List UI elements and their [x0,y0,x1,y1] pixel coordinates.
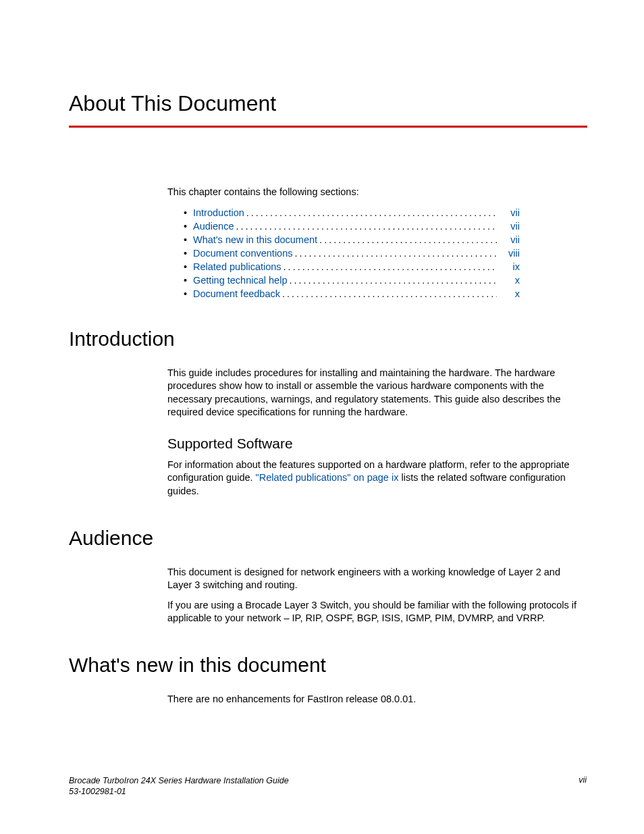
audience-p1: This document is designed for network en… [167,566,587,592]
title-rule [69,126,587,128]
toc-leader [289,275,497,286]
footer-doc-number: 53-1002981-01 [69,786,289,797]
toc-leader [284,261,497,272]
toc-link[interactable]: What's new in this document [193,234,317,245]
toc-item: • Document conventions viii [184,248,520,259]
toc-link[interactable]: Document conventions [193,248,293,259]
footer-doc-title: Brocade TurboIron 24X Series Hardware In… [69,775,289,786]
heading-supported-software: Supported Software [167,436,587,452]
bullet-icon: • [184,234,193,245]
footer-page-number: vii [579,775,587,798]
page: About This Document This chapter contain… [0,0,644,834]
toc-list: • Introduction vii • Audience vii • What… [167,207,587,299]
bullet-icon: • [184,275,193,286]
bullet-icon: • [184,207,193,218]
toc-leader [319,234,497,245]
toc-item: • Introduction vii [184,207,520,218]
heading-whats-new: What's new in this document [69,654,587,677]
toc-page[interactable]: vii [497,234,520,245]
heading-introduction: Introduction [69,328,587,350]
toc-item: • Document feedback x [184,288,520,299]
audience-p2: If you are using a Brocade Layer 3 Switc… [167,599,587,625]
toc-page[interactable]: viii [497,248,520,259]
section-introduction: Introduction This guide includes procedu… [69,328,587,498]
bullet-icon: • [184,288,193,299]
toc-page[interactable]: x [497,288,520,299]
introduction-body: This guide includes procedures for insta… [167,367,587,419]
toc-item: • Audience vii [184,221,520,232]
related-publications-link[interactable]: "Related publications" on page ix [256,472,399,483]
toc-leader [246,207,497,218]
bullet-icon: • [184,248,193,259]
toc-item: • Getting technical help x [184,275,520,286]
toc-page[interactable]: x [497,275,520,286]
toc-item: • What's new in this document vii [184,234,520,245]
section-whats-new: What's new in this document There are no… [69,654,587,706]
supported-software-body: For information about the features suppo… [167,459,587,498]
intro-line: This chapter contains the following sect… [167,186,587,199]
chapter-intro-block: This chapter contains the following sect… [167,186,587,299]
introduction-body-wrap: This guide includes procedures for insta… [167,367,587,498]
page-title: About This Document [69,91,587,116]
toc-page[interactable]: vii [497,221,520,232]
toc-leader [282,288,497,299]
heading-audience: Audience [69,527,587,550]
section-audience: Audience This document is designed for n… [69,527,587,625]
toc-link[interactable]: Related publications [193,261,281,272]
bullet-icon: • [184,261,193,272]
toc-page[interactable]: ix [497,261,520,272]
page-footer: Brocade TurboIron 24X Series Hardware In… [69,775,587,798]
toc-leader [236,221,497,232]
whats-new-body-wrap: There are no enhancements for FastIron r… [167,693,587,706]
footer-left: Brocade TurboIron 24X Series Hardware In… [69,775,289,798]
toc-item: • Related publications ix [184,261,520,272]
toc-link[interactable]: Audience [193,221,234,232]
toc-leader [295,248,498,259]
toc-page[interactable]: vii [497,207,520,218]
toc-link[interactable]: Introduction [193,207,244,218]
audience-body-wrap: This document is designed for network en… [167,566,587,625]
bullet-icon: • [184,221,193,232]
whats-new-body: There are no enhancements for FastIron r… [167,693,587,706]
toc-link[interactable]: Document feedback [193,288,280,299]
toc-link[interactable]: Getting technical help [193,275,287,286]
